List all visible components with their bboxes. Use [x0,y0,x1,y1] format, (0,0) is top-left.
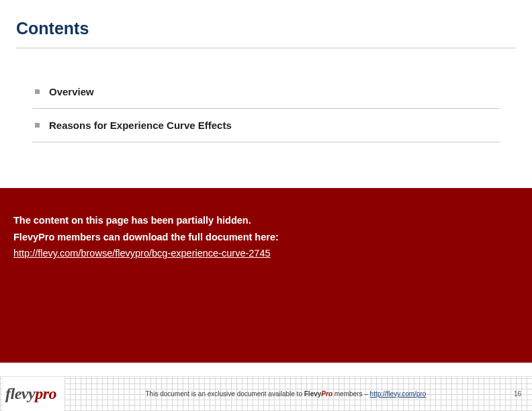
footer-bar: flevypro This document is an exclusive d… [0,376,532,411]
hidden-content-panel: The content on this page has been partia… [0,188,532,363]
download-link[interactable]: http://flevy.com/browse/flevypro/bcg-exp… [13,248,271,259]
footer-brand2: Pro [321,390,332,398]
list-item-label: Overview [49,86,94,97]
footer-mid-text: members – [332,390,370,398]
footer-text: This document is an exclusive document a… [64,390,507,398]
page-title: Contents [16,19,516,38]
hidden-text-line2: FlevyPro members can download the full d… [13,229,519,246]
list-item: Reasons for Experience Curve Effects [32,109,500,142]
hidden-text-line1: The content on this page has been partia… [13,212,519,229]
list-item: Overview [32,75,500,109]
page-header: Contents [0,0,532,42]
brand-logo: flevypro [5,385,56,403]
footer-link[interactable]: http://flevy.com/pro [370,390,427,398]
square-bullet-icon [35,89,40,94]
page-number: 16 [507,390,521,398]
logo-part1: flevy [5,385,35,402]
footer-prefix: This document is an exclusive document a… [146,390,304,398]
list-item-label: Reasons for Experience Curve Effects [49,120,232,131]
footer-logo-wrap: flevypro [3,377,64,411]
contents-list: Overview Reasons for Experience Curve Ef… [0,48,532,142]
logo-part2: pro [35,385,56,402]
footer-brand1: Flevy [304,390,322,398]
square-bullet-icon [35,123,40,128]
